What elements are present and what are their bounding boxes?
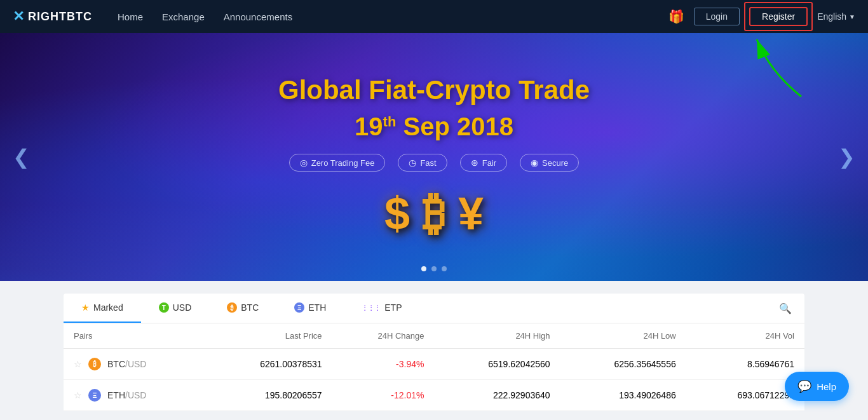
feature-fair-label: Fair [482, 158, 496, 168]
market-search-icon[interactable]: 🔍 [766, 297, 804, 320]
navbar: ✕ RIGHTBTC Home Exchange Announcements 🎁… [0, 0, 868, 33]
bitcoin-symbol: ₿ [423, 187, 445, 240]
hero-features: ◎ Zero Trading Fee ◷ Fast ⊛ Fair ◉ Secur… [278, 154, 590, 172]
nav-announcements[interactable]: Announcements [224, 11, 292, 22]
gift-icon[interactable]: 🎁 [668, 9, 684, 24]
pair-name-0: BTC/USD [107, 359, 146, 369]
col-last-price: Last Price [206, 323, 332, 349]
cell-change-1: -12.01% [332, 380, 435, 411]
hero-subtitle: 19th Sep 2018 [278, 112, 590, 141]
cell-pair-0: ☆ ₿ BTC/USD [64, 349, 206, 380]
hero-date: 19 [355, 112, 383, 140]
etp-icon: ⋮⋮⋮ [362, 304, 381, 311]
feature-fast-label: Fast [420, 158, 436, 168]
feature-zero-fee: ◎ Zero Trading Fee [289, 154, 386, 172]
cell-change-0: -3.94% [332, 349, 435, 380]
hero-content: Global Fiat-Crypto Trade 19th Sep 2018 ◎… [278, 74, 590, 240]
logo[interactable]: ✕ RIGHTBTC [13, 8, 92, 25]
hero-sup: th [383, 114, 397, 130]
table-header: Pairs Last Price 24H Change 24H High 24H… [64, 323, 804, 349]
cell-high-1: 222.92903640 [434, 380, 560, 411]
fast-icon: ◷ [409, 158, 416, 168]
market-section: ★ Marked T USD ₿ BTC Ξ ETH ⋮⋮⋮ ETP 🔍 Pai… [0, 281, 868, 420]
pair-name-1: ETH/USD [107, 390, 146, 400]
cell-low-1: 193.49026486 [560, 380, 686, 411]
help-label: Help [817, 381, 836, 392]
zero-fee-icon: ◎ [300, 158, 308, 168]
register-button-wrapper: Register [749, 7, 808, 26]
tab-usd-label: USD [173, 302, 192, 313]
hero-next-button[interactable]: ❯ [838, 145, 855, 169]
hero-dot-2[interactable] [431, 266, 437, 271]
nav-links: Home Exchange Announcements [118, 11, 668, 22]
tab-etp-label: ETP [384, 302, 402, 313]
col-24h-low: 24H Low [560, 323, 686, 349]
feature-fair: ⊛ Fair [460, 154, 507, 172]
coin-icon-0: ₿ [88, 358, 101, 370]
feature-secure: ◉ Secure [520, 154, 579, 172]
coin-icon-1: Ξ [88, 389, 101, 402]
hero-prev-button[interactable]: ❮ [13, 145, 30, 169]
logo-icon: ✕ [13, 8, 24, 25]
logo-text: RIGHTBTC [28, 10, 92, 24]
tab-eth[interactable]: Ξ ETH [276, 294, 344, 323]
table-row[interactable]: ☆ Ξ ETH/USD 195.80206557 -12.01% 222.929… [64, 380, 804, 411]
tab-usd[interactable]: T USD [141, 294, 210, 323]
col-24h-high: 24H High [434, 323, 560, 349]
tab-etp[interactable]: ⋮⋮⋮ ETP [344, 294, 419, 323]
fair-icon: ⊛ [471, 158, 478, 168]
feature-secure-label: Secure [542, 158, 568, 168]
hero-date-rest: Sep 2018 [396, 112, 513, 140]
chevron-down-icon: ▼ [849, 13, 855, 20]
favorite-star-1[interactable]: ☆ [74, 390, 82, 400]
market-tbody: ☆ ₿ BTC/USD 6261.00378531 -3.94% 6519.62… [64, 349, 804, 411]
hero-dot-3[interactable] [442, 266, 447, 271]
col-24h-vol: 24H Vol [686, 323, 804, 349]
col-pairs: Pairs [64, 323, 206, 349]
help-button[interactable]: 💬 Help [785, 372, 849, 401]
hero-title: Global Fiat-Crypto Trade [278, 74, 590, 106]
tab-marked-label: Marked [93, 302, 123, 313]
feature-fast: ◷ Fast [398, 154, 447, 172]
register-button[interactable]: Register [749, 7, 808, 26]
cell-high-0: 6519.62042560 [434, 349, 560, 380]
tab-btc[interactable]: ₿ BTC [209, 294, 276, 323]
tab-marked[interactable]: ★ Marked [64, 294, 141, 323]
table-row[interactable]: ☆ ₿ BTC/USD 6261.00378531 -3.94% 6519.62… [64, 349, 804, 380]
help-icon: 💬 [797, 379, 811, 393]
usd-icon: T [159, 302, 169, 313]
btc-icon: ₿ [227, 302, 237, 313]
secure-icon: ◉ [531, 158, 538, 168]
navbar-right: 🎁 Login Register English ▼ [668, 7, 855, 26]
cell-low-0: 6256.35645556 [560, 349, 686, 380]
cell-pair-1: ☆ Ξ ETH/USD [64, 380, 206, 411]
market-tabs: ★ Marked T USD ₿ BTC Ξ ETH ⋮⋮⋮ ETP 🔍 [64, 294, 804, 323]
feature-zero-fee-label: Zero Trading Fee [311, 158, 375, 168]
hero-banner: ❮ Global Fiat-Crypto Trade 19th Sep 2018… [0, 33, 868, 281]
hero-dots [421, 266, 447, 271]
tab-btc-label: BTC [241, 302, 259, 313]
login-button[interactable]: Login [694, 8, 740, 25]
language-selector[interactable]: English ▼ [817, 11, 855, 22]
hero-dot-1[interactable] [421, 266, 426, 271]
nav-exchange[interactable]: Exchange [162, 11, 205, 22]
eth-icon: Ξ [294, 302, 304, 313]
hero-symbols: $ ₿ ¥ [278, 187, 590, 240]
cell-vol-0: 8.56946761 [686, 349, 804, 380]
yen-symbol: ¥ [458, 187, 484, 240]
language-label: English [817, 11, 846, 22]
market-table: Pairs Last Price 24H Change 24H High 24H… [64, 323, 804, 411]
tab-eth-label: ETH [308, 302, 326, 313]
star-icon: ★ [81, 302, 90, 313]
favorite-star-0[interactable]: ☆ [74, 359, 82, 369]
cell-last-price-0: 6261.00378531 [206, 349, 332, 380]
dollar-symbol: $ [384, 187, 410, 240]
col-24h-change: 24H Change [332, 323, 435, 349]
nav-home[interactable]: Home [118, 11, 143, 22]
cell-last-price-1: 195.80206557 [206, 380, 332, 411]
